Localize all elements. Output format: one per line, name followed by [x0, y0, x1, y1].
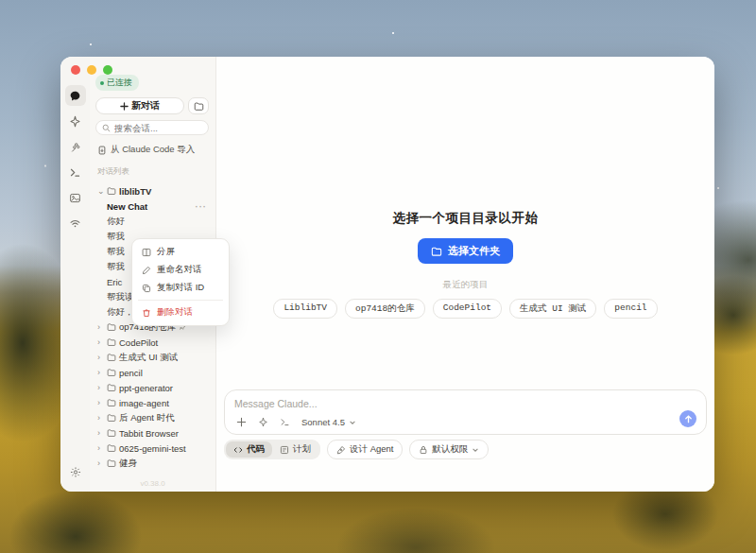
search-icon [102, 124, 111, 132]
search-bar[interactable] [95, 120, 209, 135]
choose-folder-button[interactable]: 选择文件夹 [418, 238, 513, 264]
recent-projects: LiblibTV op7418的仓库 CodePilot 生成式 UI 测试 p… [216, 299, 714, 319]
menu-divider [138, 300, 223, 301]
folder-icon [194, 101, 204, 112]
gallery-nav-icon[interactable] [65, 187, 86, 208]
chevron-right-icon: › [97, 458, 104, 468]
spark-icon[interactable] [258, 417, 268, 427]
folder-row[interactable]: › Tabbit Browser [95, 425, 209, 441]
folder-label: ppt-generator [119, 383, 173, 393]
search-input[interactable] [114, 123, 190, 133]
mode-segmented-control: 代码 计划 [224, 440, 320, 459]
composer-placeholder[interactable]: Message Claude... [234, 398, 696, 409]
flower-nav-icon[interactable] [65, 136, 86, 157]
terminal-icon[interactable] [280, 417, 290, 427]
wifi-nav-icon[interactable] [65, 213, 86, 233]
chevron-right-icon: › [97, 353, 104, 362]
settings-gear-icon[interactable] [69, 466, 81, 480]
folder-icon [107, 458, 116, 468]
chevron-right-icon: › [97, 413, 104, 423]
folder-icon [107, 413, 116, 423]
mode-plan-label: 计划 [293, 443, 311, 456]
recent-project-chip[interactable]: LiblibTV [273, 299, 337, 319]
mode-plan[interactable]: 计划 [272, 441, 318, 458]
folder-label: CodePilot [119, 337, 158, 348]
model-selector[interactable]: Sonnet 4.5 [301, 417, 356, 427]
code-icon [233, 445, 243, 455]
send-button[interactable] [679, 410, 696, 427]
folder-icon [107, 353, 116, 362]
folder-row[interactable]: › image-agent [95, 395, 209, 410]
zoom-window-button[interactable] [103, 65, 112, 75]
folder-label: Tabbit Browser [119, 428, 179, 439]
folder-row[interactable]: › ppt-generator [95, 380, 209, 395]
plus-icon [120, 102, 129, 111]
folder-row[interactable]: › 生成式 UI 测试 [95, 350, 209, 365]
menu-item-copy-id[interactable]: 复制对话 ID [136, 279, 225, 297]
message-composer[interactable]: Message Claude... Sonnet 4.5 [224, 389, 707, 435]
chats-nav-icon[interactable] [65, 85, 86, 106]
chevron-right-icon: › [97, 398, 104, 407]
permission-label: 默认权限 [432, 443, 468, 456]
folder-icon [107, 398, 116, 407]
menu-item-delete[interactable]: 删除对话 [136, 303, 225, 321]
conversation-list-label: 对话列表 [97, 166, 207, 178]
more-options-icon[interactable]: ··· [196, 201, 208, 212]
root-folder-label: liblibTV [119, 186, 151, 197]
trash-icon [142, 308, 151, 318]
chevron-right-icon: › [97, 337, 104, 347]
folder-row[interactable]: › 健身 [95, 456, 209, 471]
chat-title-fragment: 帮我 [107, 261, 125, 273]
mode-code[interactable]: 代码 [226, 441, 272, 458]
chat-title-fragment: Eric [107, 277, 122, 287]
open-folder-button[interactable] [188, 97, 209, 114]
minimize-window-button[interactable] [87, 65, 96, 75]
traffic-lights [71, 65, 112, 75]
chat-row-hidden[interactable]: 你好 [95, 214, 209, 229]
status-badge: 已连接 [95, 75, 139, 91]
folder-label: 后 Agent 时代 [119, 412, 175, 424]
app-version: v0.38.0 [90, 479, 215, 488]
folder-icon [107, 368, 116, 377]
chevron-right-icon: › [97, 428, 104, 438]
folder-row[interactable]: › CodePilot [95, 335, 209, 350]
new-chat-button[interactable]: 新对话 [95, 97, 184, 114]
mode-bar: 代码 计划 设计 Agent 默认权限 [224, 440, 489, 459]
folder-row-root[interactable]: ⌄ liblibTV [95, 183, 209, 199]
folder-label: 健身 [119, 458, 137, 470]
permission-chip[interactable]: 默认权限 [409, 440, 489, 459]
folder-icon [107, 383, 116, 392]
conversation-tree: ⌄ liblibTV New Chat ··· 你好 帮我 帮我 帮我 Eric… [95, 183, 209, 471]
folder-row[interactable]: › 0625-gemini-test [95, 441, 209, 456]
arrow-up-icon [684, 415, 693, 423]
folder-row[interactable]: › 后 Agent 时代 [95, 410, 209, 425]
chevron-down-icon: ⌄ [97, 186, 104, 196]
menu-item-rename[interactable]: 重命名对话 [136, 261, 225, 279]
terminal-nav-icon[interactable] [65, 162, 86, 182]
recent-project-chip[interactable]: CodePilot [433, 299, 502, 319]
composer-toolbar: Sonnet 4.5 [236, 417, 356, 427]
empty-state: 选择一个项目目录以开始 选择文件夹 最近的项目 LiblibTV op7418的… [216, 210, 714, 319]
spark-nav-icon[interactable] [65, 111, 86, 131]
claude-code-import-item[interactable]: 从 Claude Code 导入 [97, 144, 207, 156]
recent-project-chip[interactable]: 生成式 UI 测试 [509, 299, 596, 319]
folder-icon [107, 337, 116, 347]
close-window-button[interactable] [71, 65, 80, 75]
attach-plus-icon[interactable] [236, 417, 247, 427]
recent-project-chip[interactable]: op7418的仓库 [345, 299, 425, 319]
sidebar: 已连接 新对话 从 Claude Code 导入 对话列表 [90, 57, 216, 492]
chat-title-fragment: 你好 [107, 216, 125, 228]
chat-row-new-chat[interactable]: New Chat ··· [95, 199, 209, 214]
folder-label: image-agent [119, 398, 169, 408]
chevron-right-icon: › [97, 322, 104, 332]
main-panel: 选择一个项目目录以开始 选择文件夹 最近的项目 LiblibTV op7418的… [216, 57, 714, 492]
status-badge-label: 已连接 [107, 77, 132, 89]
menu-item-split[interactable]: 分屏 [136, 243, 225, 261]
folder-label: pencil [119, 368, 143, 378]
copy-icon [142, 284, 151, 293]
recent-project-chip[interactable]: pencil [604, 299, 657, 319]
design-agent-chip[interactable]: 设计 Agent [327, 440, 403, 459]
folder-row[interactable]: › pencil [95, 365, 209, 380]
status-dot-icon [100, 81, 104, 85]
page-title: 选择一个项目目录以开始 [216, 210, 714, 227]
